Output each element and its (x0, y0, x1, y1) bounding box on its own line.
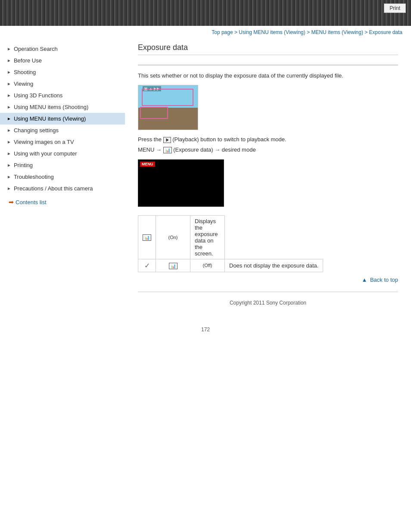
instruction-1-suffix: (Playback) button to switch to playback … (172, 136, 286, 143)
sidebar-item-label: Precautions / About this camera (14, 185, 93, 192)
back-to-top: ▲ Back to top (138, 272, 398, 287)
page-number: 172 (0, 318, 411, 341)
sidebar: ► Operation Search ► Before Use ► Shooti… (0, 39, 125, 318)
arrow-icon: ► (7, 163, 11, 168)
arrow-right-icon: ➡ (9, 199, 14, 205)
instruction-2: MENU → 📊 (Exposure data) → desired mode (138, 146, 398, 153)
sidebar-item-label: Troubleshooting (14, 174, 54, 180)
footer-copyright: Copyright 2011 Sony Corporation (138, 296, 398, 309)
sidebar-item-label: Printing (14, 162, 33, 168)
menu-label: MENU (140, 162, 155, 167)
sidebar-item-label: Changing settings (14, 127, 59, 134)
table-row: ✓ 📊 (Off) Does not display the exposure … (138, 259, 323, 272)
off-mode-label: (Off) (203, 263, 212, 268)
off-mode-cell: (Off) (190, 259, 225, 272)
sidebar-item-before-use[interactable]: ► Before Use (0, 55, 125, 66)
header-bar: Print (0, 0, 411, 26)
sidebar-item-label: Shooting (14, 69, 36, 75)
contents-list-label: Contents list (16, 199, 47, 205)
instruction-2-suffix: (Exposure data) → desired mode (173, 146, 255, 153)
sidebar-item-changing-settings[interactable]: ► Changing settings (0, 124, 125, 136)
page-title-area: Exposure data (138, 43, 398, 65)
off-description-cell: Does not display the exposure data. (225, 259, 323, 272)
off-check-cell: ✓ (138, 259, 156, 272)
on-exposure-icon: 📊 (143, 234, 151, 241)
off-exposure-icon: 📊 (169, 263, 177, 269)
on-icon-cell: 📊 (138, 215, 156, 259)
print-button[interactable]: Print (384, 3, 406, 13)
sidebar-item-viewing-tv[interactable]: ► Viewing images on a TV (0, 136, 125, 148)
sidebar-item-label: Before Use (14, 57, 42, 64)
arrow-icon: ► (7, 58, 11, 63)
sidebar-item-shooting[interactable]: ► Shooting (0, 66, 125, 78)
playback-icon (163, 137, 171, 143)
sidebar-item-menu-viewing[interactable]: ► Using MENU items (Viewing) (0, 113, 125, 124)
exposure-data-table: 📊 (On) Displays the exposure data on the… (138, 215, 323, 272)
camera-image: ▣ ▲ ▶▶ (138, 85, 198, 130)
sidebar-item-computer[interactable]: ► Using with your computer (0, 148, 125, 159)
sidebar-item-menu-shooting[interactable]: ► Using MENU items (Shooting) (0, 101, 125, 113)
breadcrumb-link-exposure[interactable]: Exposure data (369, 29, 402, 35)
breadcrumb-link-top[interactable]: Top page (212, 29, 233, 35)
intro-text: This sets whether or not to display the … (138, 72, 398, 79)
sidebar-item-label: Using with your computer (14, 150, 77, 157)
sidebar-item-operation-search[interactable]: ► Operation Search (0, 43, 125, 55)
arrow-icon: ► (7, 81, 11, 86)
instruction-1-prefix: Press the (138, 136, 162, 143)
main-layout: ► Operation Search ► Before Use ► Shooti… (0, 39, 411, 318)
breadcrumb-link-viewing-menu[interactable]: Using MENU items (Viewing) (239, 29, 305, 35)
instruction-2-prefix: MENU → (138, 146, 162, 153)
checkmark-icon: ✓ (144, 262, 150, 269)
sidebar-item-label: Using 3D Functions (14, 92, 62, 99)
on-description-cell: Displays the exposure data on the screen… (190, 215, 225, 259)
on-mode-label: (On) (168, 235, 178, 240)
contents-list-link[interactable]: ➡ Contents list (0, 194, 125, 210)
sidebar-item-label: Using MENU items (Viewing) (14, 115, 86, 122)
sidebar-item-label: Viewing (14, 81, 33, 87)
sidebar-item-precautions[interactable]: ► Precautions / About this camera (0, 183, 125, 194)
arrow-icon: ► (7, 140, 11, 144)
triangle-icon: ▲ (361, 277, 367, 283)
sidebar-item-label: Using MENU items (Shooting) (14, 104, 88, 110)
table-row: 📊 (On) Displays the exposure data on the… (138, 215, 323, 259)
arrow-icon: ► (7, 105, 11, 109)
exposure-data-icon: 📊 (163, 147, 172, 153)
arrow-icon: ► (7, 186, 11, 191)
sidebar-item-label: Viewing images on a TV (14, 139, 74, 145)
arrow-icon: ► (7, 116, 11, 121)
arrow-icon: ► (7, 151, 11, 156)
back-to-top-link[interactable]: ▲ Back to top (361, 277, 398, 283)
instruction-1: Press the (Playback) button to switch to… (138, 136, 398, 143)
breadcrumb: Top page > Using MENU items (Viewing) > … (0, 26, 411, 39)
arrow-icon: ► (7, 128, 11, 133)
back-to-top-label: Back to top (370, 277, 398, 283)
camera-overlay-pink2 (140, 107, 168, 119)
sidebar-item-troubleshooting[interactable]: ► Troubleshooting (0, 171, 125, 183)
camera-overlay-pink (142, 89, 193, 106)
sidebar-item-label: Operation Search (14, 46, 58, 52)
arrow-icon: ► (7, 70, 11, 75)
arrow-icon: ► (7, 47, 11, 51)
breadcrumb-link-menu-items[interactable]: MENU items (Viewing) (311, 29, 363, 35)
arrow-icon: ► (7, 93, 11, 98)
arrow-icon: ► (7, 174, 11, 179)
title-separator (138, 55, 398, 55)
menu-screenshot: MENU (138, 159, 224, 207)
sidebar-item-viewing[interactable]: ► Viewing (0, 78, 125, 90)
footer-divider (138, 292, 398, 292)
sidebar-item-printing[interactable]: ► Printing (0, 159, 125, 171)
sidebar-item-3d[interactable]: ► Using 3D Functions (0, 90, 125, 101)
main-content: Exposure data This sets whether or not t… (125, 39, 411, 318)
off-icon-cell: 📊 (156, 259, 190, 272)
page-title: Exposure data (138, 43, 398, 52)
on-mode-cell: (On) (156, 215, 190, 259)
